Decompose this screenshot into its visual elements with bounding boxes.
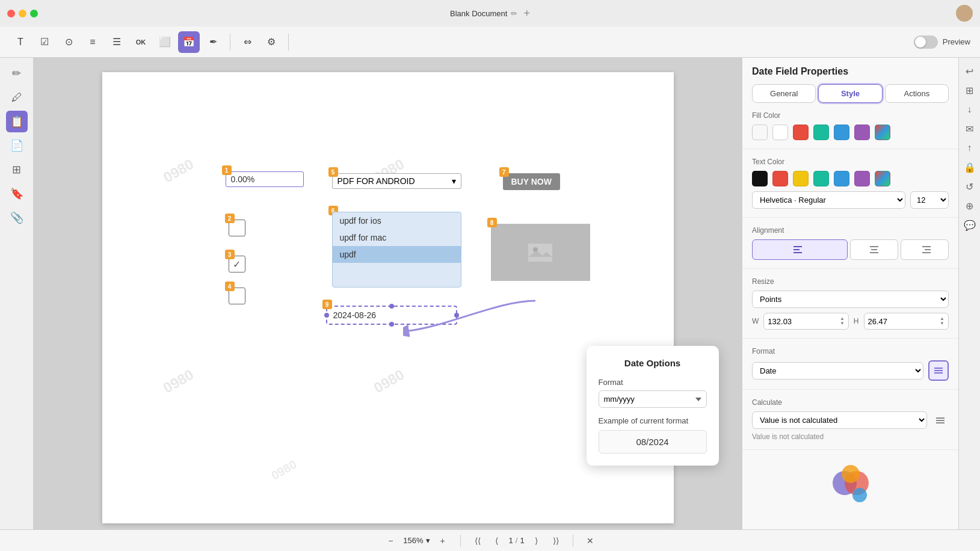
share-icon[interactable]: ↑ [961, 140, 978, 156]
tab-general[interactable]: General [752, 84, 816, 103]
field-1-text[interactable]: 1 [226, 171, 304, 187]
combo-tool-button[interactable]: ☰ [106, 31, 128, 53]
align-distribute-button[interactable]: ⇔ [236, 31, 258, 53]
mail-icon[interactable]: ✉ [961, 120, 978, 137]
field-9-input[interactable] [328, 308, 455, 322]
minimize-button[interactable] [19, 10, 26, 17]
fill-color-white[interactable] [772, 125, 788, 140]
zoom-in-button[interactable]: + [435, 533, 451, 549]
calculate-options-icon[interactable] [932, 412, 949, 429]
edit-title-icon[interactable]: ✏ [511, 9, 517, 18]
fullscreen-button[interactable] [30, 10, 38, 17]
preview-toggle-switch[interactable] [914, 35, 938, 49]
svg-rect-10 [925, 249, 931, 250]
width-value: 132.03 [768, 317, 792, 326]
date-tool-button[interactable]: 📅 [178, 31, 200, 53]
add-tab-button[interactable]: + [523, 7, 530, 20]
grid-icon[interactable]: ⊞ [961, 82, 978, 99]
field-3-checkbox[interactable]: 3 ✓ [229, 256, 245, 272]
canvas-area[interactable]: 0980 0980 0980 0980 0980 1 2 3 ✓ 4 [34, 58, 742, 529]
width-input[interactable]: 132.03 ▲ ▼ [763, 313, 849, 330]
sidebar-item-annotate[interactable]: 🖊 [6, 87, 28, 108]
history-icon[interactable]: ↺ [961, 178, 978, 195]
text-tool-button[interactable]: T [10, 31, 31, 53]
zoom-display: 156% ▾ [403, 536, 430, 545]
sidebar-item-bookmark[interactable]: 🔖 [6, 183, 28, 205]
calculate-type-select[interactable]: Value is not calculated Sum Average [752, 411, 927, 429]
nav-first-button[interactable]: ⟨⟨ [470, 534, 485, 548]
font-family-select[interactable]: Helvetica · Regular Arial · Regular [752, 191, 905, 209]
text-color-blue[interactable] [834, 171, 849, 186]
download-icon[interactable]: ↓ [961, 101, 978, 118]
radio-tool-button[interactable]: ⊙ [58, 31, 79, 53]
text-color-red[interactable] [772, 171, 788, 186]
field-7-btn[interactable]: BUY NOW [503, 173, 560, 190]
nav-last-button[interactable]: ⟩⟩ [549, 534, 563, 548]
signature-tool-button[interactable]: ✒ [202, 31, 224, 53]
fill-color-blue[interactable] [834, 125, 849, 140]
field-badge-1: 1 [222, 165, 232, 175]
fill-color-red[interactable] [793, 125, 809, 140]
undo-icon[interactable]: ↩ [961, 63, 978, 79]
page-current: 1 [509, 536, 513, 545]
fill-color-teal[interactable] [813, 125, 829, 140]
list-option-2[interactable]: updf for mac [333, 229, 461, 246]
height-down[interactable]: ▼ [940, 321, 945, 326]
field-9-date[interactable]: 9 [326, 306, 457, 325]
close-x-button[interactable]: ✕ [583, 534, 597, 548]
sidebar-item-layers[interactable]: ⊞ [6, 159, 28, 180]
align-center-button[interactable] [850, 239, 898, 260]
field-8-image[interactable]: 8 [491, 224, 590, 281]
fill-color-label: Fill Color [752, 111, 949, 120]
align-right-button[interactable] [901, 239, 949, 260]
date-format-select[interactable]: mm/yyyy dd/mm/yyyy yyyy-mm-dd mm-dd-yyyy… [599, 390, 707, 408]
checkbox-tool-button[interactable]: ☑ [34, 31, 55, 53]
align-left-button[interactable] [752, 239, 848, 260]
list-option-1[interactable]: updf for ios [333, 212, 461, 229]
fill-color-multicolor[interactable] [875, 125, 890, 140]
fill-color-purple[interactable] [854, 125, 870, 140]
close-button[interactable] [7, 10, 15, 17]
width-down[interactable]: ▼ [840, 321, 845, 326]
nav-prev-button[interactable]: ⟨ [490, 534, 504, 548]
comment-icon[interactable]: 💬 [961, 217, 978, 233]
calculate-label: Calculate [752, 398, 949, 407]
text-color-black[interactable] [752, 171, 768, 186]
format-options-button[interactable] [928, 360, 949, 381]
ok-tool-button[interactable]: OK [130, 31, 152, 53]
zoom-out-button[interactable]: − [383, 533, 398, 549]
lock-icon[interactable]: 🔒 [961, 159, 978, 176]
tab-style[interactable]: Style [818, 84, 882, 103]
plugin-icon[interactable]: ⊕ [961, 197, 978, 214]
field-2-checkbox[interactable]: 2 [229, 220, 245, 236]
field-5-dropdown[interactable]: 5 PDF FOR ANDROID ▾ [332, 173, 461, 189]
zoom-dropdown-arrow[interactable]: ▾ [426, 536, 430, 545]
text-color-yellow[interactable] [793, 171, 809, 186]
sidebar-item-text[interactable]: ✏ [6, 63, 28, 84]
properties-tool-button[interactable]: ⚙ [260, 31, 282, 53]
field-5-select[interactable]: PDF FOR ANDROID ▾ [332, 173, 461, 189]
nav-next-button[interactable]: ⟩ [529, 534, 544, 548]
sidebar-item-attachment[interactable]: 📎 [6, 207, 28, 229]
image-tool-button[interactable]: ⬜ [154, 31, 176, 53]
resize-unit-select[interactable]: Points Pixels [752, 291, 949, 308]
preview-label: Preview [943, 37, 970, 46]
font-size-select[interactable]: 12 14 16 [910, 191, 949, 209]
fill-color-outlined[interactable] [752, 125, 768, 140]
user-avatar[interactable] [956, 5, 973, 22]
field-1-input[interactable] [226, 171, 304, 187]
date-example-value: 08/2024 [599, 430, 707, 454]
field-7-button[interactable]: 7 BUY NOW [503, 173, 560, 190]
sidebar-item-forms[interactable]: 📋 [6, 111, 28, 132]
format-type-select[interactable]: Date Number Text [752, 362, 923, 380]
text-color-multicolor[interactable] [875, 171, 890, 186]
tab-actions[interactable]: Actions [885, 84, 949, 103]
text-color-purple[interactable] [854, 171, 870, 186]
width-spinners: ▲ ▼ [840, 316, 845, 326]
list-tool-button[interactable]: ≡ [82, 31, 103, 53]
height-input[interactable]: 26.47 ▲ ▼ [864, 313, 949, 330]
field-4-checkbox[interactable]: 4 [229, 288, 245, 304]
text-color-teal[interactable] [813, 171, 829, 186]
sidebar-item-pages[interactable]: 📄 [6, 135, 28, 156]
list-option-3[interactable]: updf [333, 246, 461, 263]
